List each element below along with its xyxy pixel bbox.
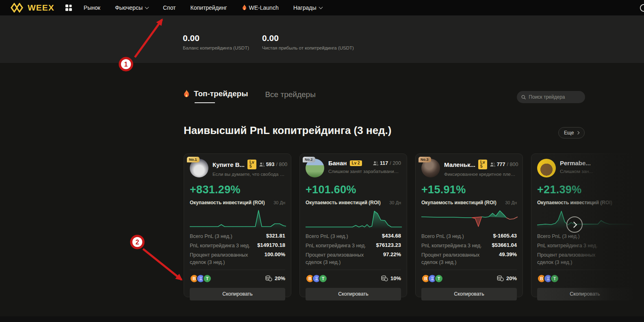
right-edge-fade bbox=[536, 151, 644, 300]
stat-label: PnL копитрейдинга 3 нед. bbox=[421, 242, 482, 249]
profit-share-icon bbox=[265, 275, 272, 281]
roi-value: +101.60% bbox=[306, 184, 401, 196]
annotation-circle-2 bbox=[131, 236, 143, 248]
annotation-number-2: 2 bbox=[136, 239, 139, 246]
net-profit-label: Чистая прибыль от копитрейдинга (USDT) bbox=[262, 45, 354, 50]
profit-share: 20% bbox=[497, 275, 517, 281]
roi-period: 30 Дн bbox=[389, 200, 401, 205]
trader-bio: Слишком занят зарабатыванием дене... bbox=[328, 169, 401, 174]
flame-icon bbox=[183, 90, 190, 98]
net-profit-value: 0.00 bbox=[262, 33, 354, 43]
trader-bio: Если вы думаете, что свобода — это оч... bbox=[212, 172, 285, 177]
rank-badge: No.2 bbox=[303, 157, 315, 162]
stat-label: Процент реализованных сделок (3 нед.) bbox=[306, 251, 377, 266]
profit-share-icon bbox=[381, 275, 388, 281]
roi-value: +831.29% bbox=[190, 184, 285, 196]
roi-label: Окупаемость инвестиций (ROI) bbox=[306, 200, 381, 205]
weex-logo-text: WEEX bbox=[28, 3, 54, 13]
tab-all-traders-label: Все трейдеры bbox=[265, 89, 315, 99]
level-badge: Lv 5 bbox=[478, 160, 487, 169]
followers-count: 117 / 200 bbox=[373, 160, 401, 166]
stat-value: $-1605.43 bbox=[493, 233, 517, 239]
nav-item-futures[interactable]: Фьючерсы bbox=[115, 4, 148, 11]
stat-label: Процент реализованных сделок (3 нед.) bbox=[190, 251, 261, 266]
apps-grid-icon[interactable] bbox=[65, 4, 72, 11]
section-title: Наивысший PnL копитрейдинга (3 нед.) bbox=[184, 124, 391, 137]
divider bbox=[306, 270, 401, 270]
trader-name[interactable]: Банан bbox=[328, 160, 347, 166]
copy-balance: 0.00 Баланс копитрейдинга (USDT) bbox=[183, 33, 249, 50]
stat-value: $53661.04 bbox=[492, 242, 517, 248]
level-badge: Lv 5 bbox=[247, 160, 256, 169]
stat-label: Процент реализованных сделок (3 нед.) bbox=[421, 251, 493, 266]
people-icon bbox=[373, 161, 378, 166]
roi-sparkline bbox=[190, 208, 286, 229]
usdt-coin-icon: T bbox=[203, 274, 212, 283]
stat-value: 49.39% bbox=[499, 251, 517, 257]
traded-coins: B Ξ T bbox=[190, 274, 212, 283]
trader-name[interactable]: Купите В... bbox=[212, 161, 245, 168]
more-button-label: Еще bbox=[564, 130, 574, 136]
stat-value: $321.81 bbox=[266, 233, 285, 239]
chevron-down-icon bbox=[319, 5, 323, 9]
carousel-next-button[interactable] bbox=[566, 216, 583, 233]
stat-label: Всего PnL (3 нед.) bbox=[190, 233, 232, 240]
weex-logo-icon bbox=[11, 3, 24, 13]
copy-button[interactable]: Скопировать bbox=[421, 288, 517, 300]
roi-sparkline bbox=[306, 208, 402, 229]
traded-coins: B Ξ T bbox=[306, 274, 327, 283]
top-navbar: WEEX Рынок Фьючерсы Спот Копитрейдинг WE… bbox=[0, 0, 644, 15]
traded-coins: B Ξ T bbox=[421, 274, 443, 283]
trader-name[interactable]: Маленьк... bbox=[444, 161, 475, 168]
copy-balance-value: 0.00 bbox=[183, 33, 249, 43]
trader-card[interactable]: No.3 Маленьк... Lv 5 777 / 800 Фиксирова… bbox=[415, 153, 523, 297]
stat-value: $149170.18 bbox=[257, 242, 285, 248]
tab-all-traders[interactable]: Все трейдеры bbox=[265, 89, 315, 104]
followers-count: 777 / 800 bbox=[490, 162, 518, 167]
roi-label: Окупаемость инвестиций (ROI) bbox=[421, 200, 497, 205]
net-profit: 0.00 Чистая прибыль от копитрейдинга (US… bbox=[262, 33, 354, 50]
copy-button[interactable]: Скопировать bbox=[190, 288, 285, 300]
stat-label: PnL копитрейдинга 3 нед. bbox=[190, 242, 250, 249]
more-button[interactable]: Еще bbox=[558, 127, 585, 138]
search-icon bbox=[521, 95, 526, 100]
chevron-right-icon bbox=[576, 131, 579, 134]
tab-top-traders-label: Топ-трейдеры bbox=[194, 89, 248, 98]
stat-value: $434.68 bbox=[382, 233, 401, 239]
roi-value: +15.91% bbox=[421, 184, 517, 196]
roi-label: Окупаемость инвестиций (ROI) bbox=[190, 200, 265, 205]
balance-strip: 0.00 Баланс копитрейдинга (USDT) 0.00 Чи… bbox=[0, 15, 644, 63]
tab-top-traders[interactable]: Топ-трейдеры bbox=[183, 89, 248, 103]
stat-value: $76123.23 bbox=[376, 242, 401, 248]
level-badge: Lv 2 bbox=[350, 160, 362, 166]
followers-count: 593 / 800 bbox=[259, 162, 288, 167]
stat-label: PnL копитрейдинга 3 нед. bbox=[306, 242, 366, 249]
trader-card[interactable]: No.2 Банан Lv 2 117 / 200 Слишком занят … bbox=[299, 153, 407, 297]
nav-item-spot[interactable]: Спот bbox=[163, 4, 176, 11]
nav-item-rewards[interactable]: Награды bbox=[293, 4, 322, 11]
nav-item-copytrading[interactable]: Копитрейдинг bbox=[191, 4, 227, 11]
roi-period: 30 Дн bbox=[273, 200, 285, 205]
divider bbox=[421, 270, 517, 270]
roi-period: 30 Дн bbox=[505, 200, 517, 205]
weex-logo[interactable]: WEEX bbox=[11, 3, 54, 13]
profit-share: 10% bbox=[381, 275, 401, 281]
traders-tabs: Топ-трейдеры Все трейдеры bbox=[183, 89, 316, 104]
nav-item-we-launch[interactable]: WE-Launch bbox=[242, 4, 279, 11]
trader-bio: Фиксированное кредитное плечо 50x. ... bbox=[444, 172, 517, 177]
people-icon bbox=[490, 162, 495, 167]
stat-value: 100.00% bbox=[265, 251, 285, 257]
nav-item-market[interactable]: Рынок bbox=[84, 4, 100, 11]
search-icon[interactable] bbox=[640, 4, 644, 12]
annotation-arrow-2 bbox=[143, 249, 182, 280]
stat-value: 97.22% bbox=[383, 251, 401, 257]
flame-icon bbox=[242, 4, 247, 11]
trader-search[interactable] bbox=[517, 91, 585, 103]
profit-share-icon bbox=[497, 275, 504, 281]
search-input[interactable] bbox=[529, 94, 581, 100]
usdt-coin-icon: T bbox=[434, 274, 443, 283]
trader-card[interactable]: No.1 Купите В... Lv 5 593 / 800 Если вы … bbox=[184, 153, 291, 297]
copy-button[interactable]: Скопировать bbox=[306, 288, 401, 300]
stat-label: Всего PnL (3 нед.) bbox=[306, 233, 348, 240]
chevron-down-icon bbox=[145, 5, 149, 9]
